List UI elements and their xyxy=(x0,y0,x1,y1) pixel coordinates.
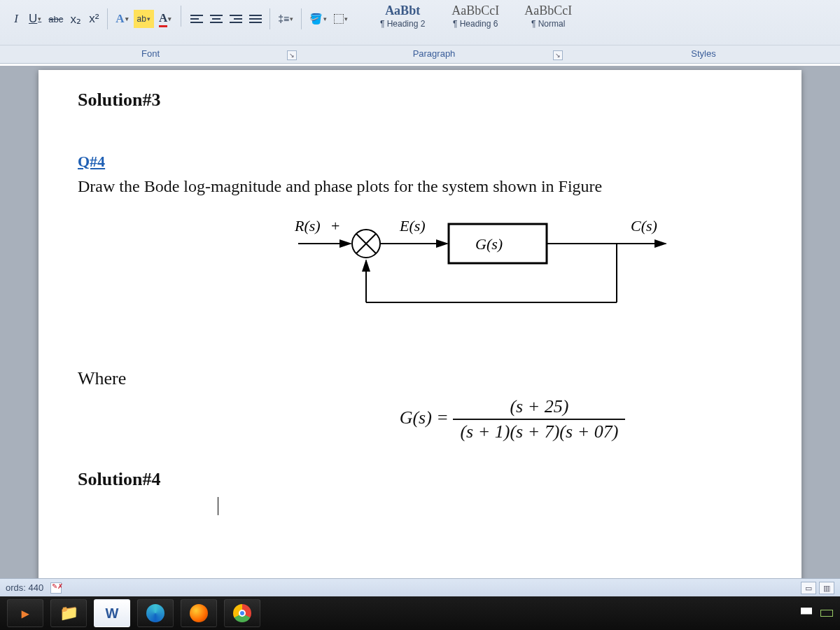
edge-icon xyxy=(146,604,164,622)
paragraph-group-controls: ‡≡ ▾ 🪣 ▾ ▾ xyxy=(186,6,353,32)
font-color-letter: A xyxy=(115,12,124,26)
group-label-paragraph: Paragraph ↘ xyxy=(301,46,567,63)
underline-label: U xyxy=(29,12,37,26)
eq-numerator: (s + 25) xyxy=(453,396,625,420)
style-normal[interactable]: AaBbCcI ¶ Normal xyxy=(514,1,582,31)
separator xyxy=(270,8,270,29)
taskbar-media-player[interactable]: ▸ xyxy=(7,599,43,627)
styles-gallery: AaBbt ¶ Heading 2 AaBbCcI ¶ Heading 6 Aa… xyxy=(354,1,587,31)
text-effects-letter: A xyxy=(159,11,167,27)
style-name-label: ¶ Normal xyxy=(516,19,580,29)
paint-bucket-icon: 🪣 xyxy=(309,13,323,25)
where-label: Where xyxy=(78,368,765,389)
align-right-icon xyxy=(230,14,242,24)
chevron-down-icon: ▾ xyxy=(290,15,293,22)
flag-icon[interactable] xyxy=(801,608,812,619)
taskbar-word[interactable]: W xyxy=(94,599,130,627)
style-heading-2[interactable]: AaBbt ¶ Heading 2 xyxy=(368,1,437,31)
group-label-font: Font ↘ xyxy=(0,46,301,63)
text-cursor-icon xyxy=(218,497,218,515)
document-area[interactable]: Solution#3 Q#4 Draw the Bode log-magnitu… xyxy=(0,66,840,591)
group-label-text: Paragraph xyxy=(413,48,456,59)
block-diagram-svg: R(s) + E(s) G(s) C(s) xyxy=(288,211,680,323)
taskbar-edge[interactable] xyxy=(137,599,174,627)
label-cs: C(s) xyxy=(631,217,657,234)
strikethrough-button[interactable]: abc xyxy=(46,10,65,28)
system-tray[interactable] xyxy=(801,608,833,619)
ribbon-controls-row: I U ▾ abc x₂ x² A ▾ ab ▾ A ▾ xyxy=(0,3,840,45)
chevron-down-icon: ▾ xyxy=(168,15,172,22)
heading-solution-3: Solution#3 xyxy=(78,90,765,111)
font-group-controls: I U ▾ abc x₂ x² A ▾ ab ▾ A ▾ xyxy=(6,6,176,32)
heading-solution-4: Solution#4 xyxy=(78,469,765,490)
group-label-styles: Styles xyxy=(567,46,840,63)
style-name-label: ¶ Heading 2 xyxy=(370,19,435,29)
paragraph-dialog-launcher[interactable]: ↘ xyxy=(553,50,563,60)
chevron-down-icon: ▾ xyxy=(344,15,348,22)
folder-icon: 📁 xyxy=(59,604,78,622)
chevron-down-icon: ▾ xyxy=(323,15,327,22)
text-effects-button[interactable]: A ▾ xyxy=(157,10,174,28)
shading-button[interactable]: 🪣 ▾ xyxy=(307,10,329,28)
group-label-text: Styles xyxy=(691,48,715,59)
heading-q4: Q#4 xyxy=(78,153,765,171)
style-name-label: ¶ Heading 6 xyxy=(443,19,507,29)
battery-icon[interactable] xyxy=(820,610,833,617)
highlight-button[interactable]: ab ▾ xyxy=(134,10,154,28)
align-left-button[interactable] xyxy=(188,10,205,28)
firefox-icon xyxy=(190,604,208,622)
text-cursor-line xyxy=(78,490,765,515)
eq-lhs: G(s) = xyxy=(400,407,449,428)
chevron-down-icon: ▾ xyxy=(147,15,150,22)
style-heading-6[interactable]: AaBbCcI ¶ Heading 6 xyxy=(441,1,510,31)
chevron-down-icon: ▾ xyxy=(38,15,41,22)
eq-fraction: (s + 25) (s + 1)(s + 7)(s + 07) xyxy=(453,396,625,442)
separator xyxy=(301,8,302,29)
print-layout-view-button[interactable]: ▭ xyxy=(801,582,816,594)
windows-taskbar: ▸ 📁 W xyxy=(0,596,840,630)
document-page: Solution#3 Q#4 Draw the Bode log-magnitu… xyxy=(38,70,802,591)
taskbar-chrome[interactable] xyxy=(224,599,260,627)
separator xyxy=(107,8,108,29)
italic-button[interactable]: I xyxy=(8,10,24,28)
font-color-button[interactable]: A ▾ xyxy=(113,10,130,28)
label-rs: R(s) xyxy=(294,217,321,234)
block-diagram: R(s) + E(s) G(s) C(s) xyxy=(288,211,765,326)
style-sample: AaBbt xyxy=(370,4,435,19)
underline-button[interactable]: U ▾ xyxy=(27,10,43,28)
q4-text: Draw the Bode log-magnitude and phase pl… xyxy=(78,175,765,197)
align-center-icon xyxy=(210,14,223,24)
word-count-label[interactable]: ords: 440 xyxy=(6,582,43,593)
ribbon-group-labels: Font ↘ Paragraph ↘ Styles xyxy=(0,45,840,63)
line-spacing-icon: ‡≡ xyxy=(278,13,289,24)
reading-view-button[interactable]: ▥ xyxy=(819,582,834,594)
chrome-icon xyxy=(233,604,251,622)
taskbar-firefox[interactable] xyxy=(181,599,217,627)
superscript-button[interactable]: x² xyxy=(86,10,102,28)
highlight-label: ab xyxy=(137,14,146,24)
align-left-icon xyxy=(190,14,203,24)
align-center-button[interactable] xyxy=(208,10,225,28)
justify-button[interactable] xyxy=(247,10,264,28)
label-plus: + xyxy=(331,217,340,234)
style-sample: AaBbCcI xyxy=(516,4,580,19)
chevron-down-icon: ▾ xyxy=(125,15,129,22)
spellcheck-button[interactable] xyxy=(50,582,62,594)
style-sample: AaBbCcI xyxy=(443,4,507,19)
borders-button[interactable]: ▾ xyxy=(332,10,350,28)
view-controls: ▭ ▥ xyxy=(801,582,834,594)
eq-denominator: (s + 1)(s + 7)(s + 07) xyxy=(453,420,625,442)
line-spacing-button[interactable]: ‡≡ ▾ xyxy=(276,10,295,28)
justify-icon xyxy=(249,14,262,24)
borders-icon xyxy=(334,14,344,24)
label-gs: G(s) xyxy=(475,235,503,253)
subscript-button[interactable]: x₂ xyxy=(68,10,83,28)
taskbar-file-explorer[interactable]: 📁 xyxy=(50,599,87,627)
align-right-button[interactable] xyxy=(227,10,244,28)
ribbon: I U ▾ abc x₂ x² A ▾ ab ▾ A ▾ xyxy=(0,0,840,64)
status-bar: ords: 440 ▭ ▥ xyxy=(0,578,840,596)
label-es: E(s) xyxy=(399,217,426,234)
font-dialog-launcher[interactable]: ↘ xyxy=(287,50,297,60)
transfer-function-equation: G(s) = (s + 25) (s + 1)(s + 7)(s + 07) xyxy=(260,396,765,442)
separator xyxy=(181,6,181,27)
